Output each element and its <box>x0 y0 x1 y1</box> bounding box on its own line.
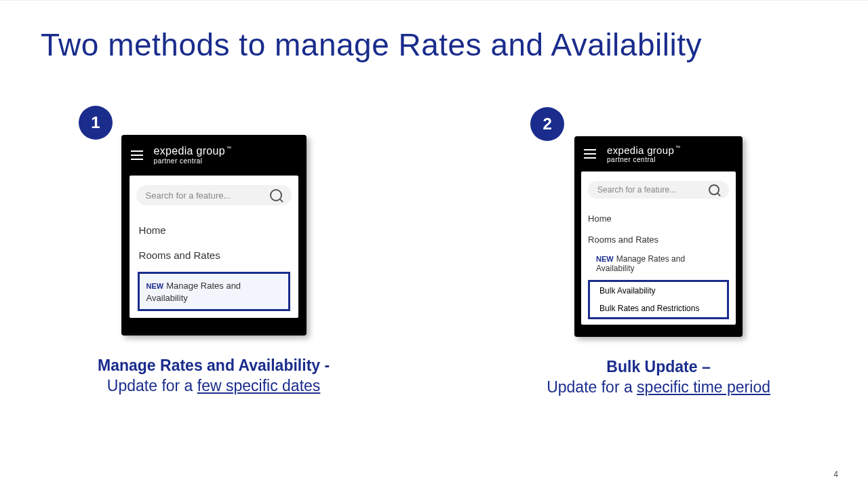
highlighted-group: Bulk Availability Bulk Rates and Restric… <box>588 280 729 319</box>
sub-bulk-availability[interactable]: Bulk Availability <box>590 282 727 300</box>
menu-home[interactable]: Home <box>587 208 730 229</box>
page-number: 4 <box>833 470 838 479</box>
search-icon[interactable] <box>270 189 282 201</box>
search-placeholder: Search for a feature... <box>597 185 676 195</box>
caption-underline: few specific dates <box>197 377 321 394</box>
method-2: 2 expedia group partner central Search f… <box>547 109 770 398</box>
menu-rooms-rates[interactable]: Rooms and Rates <box>136 243 292 268</box>
brand-name: expedia group <box>607 145 679 155</box>
search-input[interactable]: Search for a feature... <box>588 181 729 199</box>
badge-1: 1 <box>79 106 113 140</box>
search-input[interactable]: Search for a feature... <box>136 185 292 205</box>
highlighted-item[interactable]: NEWManage Rates and Availability <box>138 272 290 311</box>
caption-title: Manage Rates and Availability - <box>98 357 330 374</box>
menu-rooms-rates[interactable]: Rooms and Rates <box>587 229 730 250</box>
menu-home[interactable]: Home <box>136 218 292 243</box>
phone-header: expedia group partner central <box>574 136 743 171</box>
hamburger-icon[interactable] <box>131 150 143 160</box>
caption-underline: specific time period <box>637 378 770 396</box>
slide-title: Two methods to manage Rates and Availabi… <box>41 26 702 63</box>
brand-sub: partner central <box>607 157 679 163</box>
caption-pre: Update for a <box>107 377 197 394</box>
phone-mock-1: expedia group partner central Search for… <box>121 135 307 336</box>
sub-manage[interactable]: NEWManage Rates and Availability <box>587 250 730 277</box>
menu: Home Rooms and Rates NEWManage Rates and… <box>130 211 298 314</box>
brand: expedia group partner central <box>607 145 679 163</box>
caption-1: Manage Rates and Availability - Update f… <box>98 356 330 396</box>
new-badge: NEW <box>596 255 614 263</box>
panel: Search for a feature... Home Rooms and R… <box>130 176 298 318</box>
slide: Two methods to manage Rates and Availabi… <box>0 0 868 488</box>
caption-2: Bulk Update – Update for a specific time… <box>547 357 770 398</box>
brand: expedia group partner central <box>154 146 231 165</box>
search-placeholder: Search for a feature... <box>146 190 231 201</box>
phone-header: expedia group partner central <box>121 135 307 176</box>
brand-sub: partner central <box>154 158 231 165</box>
search-icon[interactable] <box>709 184 719 195</box>
new-badge: NEW <box>146 282 164 290</box>
caption-pre: Update for a <box>547 378 637 396</box>
sub-bulk-rates[interactable]: Bulk Rates and Restrictions <box>590 300 727 317</box>
columns: 1 expedia group partner central Search f… <box>0 109 868 398</box>
phone-mock-2: expedia group partner central Search for… <box>574 136 743 337</box>
panel: Search for a feature... Home Rooms and R… <box>581 171 736 325</box>
badge-2: 2 <box>530 107 564 141</box>
caption-title: Bulk Update – <box>606 358 710 375</box>
menu: Home Rooms and Rates NEWManage Rates and… <box>581 204 736 321</box>
method-1: 1 expedia group partner central Search f… <box>98 109 330 398</box>
brand-name: expedia group <box>154 146 231 157</box>
hamburger-icon[interactable] <box>584 149 596 159</box>
